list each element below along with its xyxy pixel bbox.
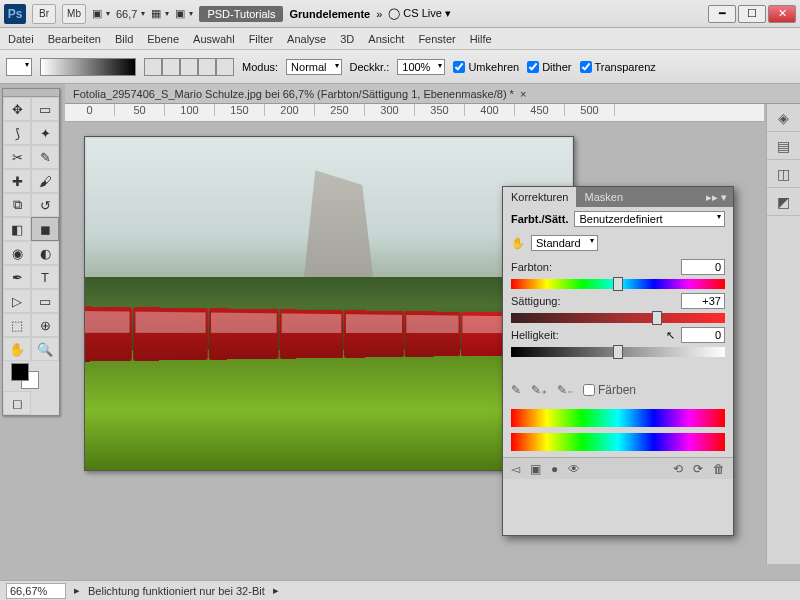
heal-tool[interactable]: ✚ — [3, 169, 31, 193]
hue-slider[interactable] — [511, 279, 725, 289]
menu-auswahl[interactable]: Auswahl — [193, 33, 235, 45]
view-mode-dropdown[interactable]: ▣ — [92, 7, 110, 20]
wand-tool[interactable]: ✦ — [31, 121, 59, 145]
path-tool[interactable]: ▷ — [3, 289, 31, 313]
gradient-linear[interactable] — [144, 58, 162, 76]
trash-icon[interactable]: 🗑 — [713, 462, 725, 476]
bridge-button[interactable]: Br — [32, 4, 56, 24]
maximize-button[interactable]: ☐ — [738, 5, 766, 23]
eyedropper-minus-icon[interactable]: ✎₋ — [557, 383, 573, 397]
visibility-icon[interactable]: 👁 — [568, 462, 580, 476]
reset-icon[interactable]: ⟳ — [693, 462, 703, 476]
workspace-grundelemente[interactable]: Grundelemente — [289, 8, 370, 20]
quickmask-toggle[interactable]: ◻ — [3, 391, 31, 415]
menu-bild[interactable]: Bild — [115, 33, 133, 45]
workspace-more-icon[interactable]: » — [376, 8, 382, 20]
menu-datei[interactable]: Datei — [8, 33, 34, 45]
shape-tool[interactable]: ▭ — [31, 289, 59, 313]
minibridge-button[interactable]: Mb — [62, 4, 86, 24]
transparency-checkbox[interactable]: Transparenz — [580, 61, 656, 73]
menu-analyse[interactable]: Analyse — [287, 33, 326, 45]
tab-korrekturen[interactable]: Korrekturen — [503, 187, 576, 207]
clip-icon[interactable]: ● — [551, 462, 558, 476]
gradient-angle[interactable] — [180, 58, 198, 76]
zoom-level[interactable]: 66,67% — [6, 583, 66, 599]
gradient-diamond[interactable] — [216, 58, 234, 76]
marquee-tool[interactable]: ▭ — [31, 97, 59, 121]
foreground-color[interactable] — [11, 363, 29, 381]
eyedropper-plus-icon[interactable]: ✎₊ — [531, 383, 547, 397]
preset-dropdown[interactable]: Benutzerdefiniert — [574, 211, 725, 227]
move-tool[interactable]: ✥ — [3, 97, 31, 121]
gradient-radial[interactable] — [162, 58, 180, 76]
options-bar: Modus: Normal Deckkr.: 100% Umkehren Dit… — [0, 50, 800, 84]
document-canvas[interactable] — [84, 136, 574, 471]
cslive-button[interactable]: ◯ CS Live ▾ — [388, 7, 451, 20]
hand-icon[interactable]: ✋ — [511, 237, 525, 250]
styles-panel-icon[interactable]: ◩ — [767, 188, 800, 216]
status-message: Belichtung funktioniert nur bei 32-Bit — [88, 585, 265, 597]
colorize-checkbox[interactable]: Färben — [583, 383, 636, 397]
gradient-tool[interactable]: ◼ — [31, 217, 59, 241]
palette-grip[interactable] — [3, 89, 59, 97]
eraser-tool[interactable]: ◧ — [3, 217, 31, 241]
lightness-slider[interactable] — [511, 347, 725, 357]
menu-hilfe[interactable]: Hilfe — [470, 33, 492, 45]
zoom-dropdown[interactable]: 66,7 — [116, 8, 145, 20]
3d-tool[interactable]: ⬚ — [3, 313, 31, 337]
type-tool[interactable]: T — [31, 265, 59, 289]
dither-checkbox[interactable]: Dither — [527, 61, 571, 73]
tab-masken[interactable]: Masken — [576, 187, 631, 207]
document-tab[interactable]: Fotolia_2957406_S_Mario Schulze.jpg bei … — [65, 84, 800, 104]
stamp-tool[interactable]: ⧉ — [3, 193, 31, 217]
channels-panel-icon[interactable]: ▤ — [767, 132, 800, 160]
lasso-tool[interactable]: ⟆ — [3, 121, 31, 145]
tool-preset-picker[interactable] — [6, 58, 32, 76]
layers-panel-icon[interactable]: ◈ — [767, 104, 800, 132]
menu-3d[interactable]: 3D — [340, 33, 354, 45]
expand-icon[interactable]: ▣ — [530, 462, 541, 476]
zoom-tool[interactable]: 🔍 — [31, 337, 59, 361]
menu-ansicht[interactable]: Ansicht — [368, 33, 404, 45]
opacity-input[interactable]: 100% — [397, 59, 445, 75]
panel-menu-icon[interactable]: ▸▸ ▾ — [700, 191, 733, 204]
hand-tool[interactable]: ✋ — [3, 337, 31, 361]
return-icon[interactable]: ◅ — [511, 462, 520, 476]
previous-icon[interactable]: ⟲ — [673, 462, 683, 476]
menu-filter[interactable]: Filter — [249, 33, 273, 45]
swatches-panel-icon[interactable]: ◫ — [767, 160, 800, 188]
3d-camera-tool[interactable]: ⊕ — [31, 313, 59, 337]
hue-value[interactable]: 0 — [681, 259, 725, 275]
gradient-preview[interactable] — [40, 58, 136, 76]
history-brush-tool[interactable]: ↺ — [31, 193, 59, 217]
workspace-psd-tutorials[interactable]: PSD-Tutorials — [199, 6, 283, 22]
dodge-tool[interactable]: ◐ — [31, 241, 59, 265]
adjustments-panel: Korrekturen Masken ▸▸ ▾ Farbt./Sätt. Ben… — [502, 186, 734, 536]
status-arrow-icon[interactable]: ▸ — [74, 584, 80, 597]
screen-mode-dropdown[interactable]: ▣ — [175, 7, 193, 20]
eyedropper-tool[interactable]: ✎ — [31, 145, 59, 169]
gradient-reflected[interactable] — [198, 58, 216, 76]
blur-tool[interactable]: ◉ — [3, 241, 31, 265]
lightness-value[interactable]: 0 — [681, 327, 725, 343]
color-swatches[interactable] — [3, 361, 59, 391]
close-tab-icon[interactable]: × — [520, 88, 526, 100]
saturation-slider[interactable] — [511, 313, 725, 323]
mode-dropdown[interactable]: Normal — [286, 59, 341, 75]
close-button[interactable]: ✕ — [768, 5, 796, 23]
crop-tool[interactable]: ✂ — [3, 145, 31, 169]
edit-dropdown[interactable]: Standard — [531, 235, 598, 251]
doc-arrange-dropdown[interactable]: ▦ — [151, 7, 169, 20]
saturation-value[interactable]: +37 — [681, 293, 725, 309]
app-icon[interactable]: Ps — [4, 4, 26, 24]
reverse-checkbox[interactable]: Umkehren — [453, 61, 519, 73]
tool-palette: ✥▭ ⟆✦ ✂✎ ✚🖌 ⧉↺ ◧◼ ◉◐ ✒T ▷▭ ⬚⊕ ✋🔍 ◻ — [2, 88, 60, 416]
minimize-button[interactable]: ━ — [708, 5, 736, 23]
brush-tool[interactable]: 🖌 — [31, 169, 59, 193]
pen-tool[interactable]: ✒ — [3, 265, 31, 289]
menu-fenster[interactable]: Fenster — [418, 33, 455, 45]
eyedropper-icon[interactable]: ✎ — [511, 383, 521, 397]
menu-bearbeiten[interactable]: Bearbeiten — [48, 33, 101, 45]
menu-ebene[interactable]: Ebene — [147, 33, 179, 45]
status-more-icon[interactable]: ▸ — [273, 584, 279, 597]
